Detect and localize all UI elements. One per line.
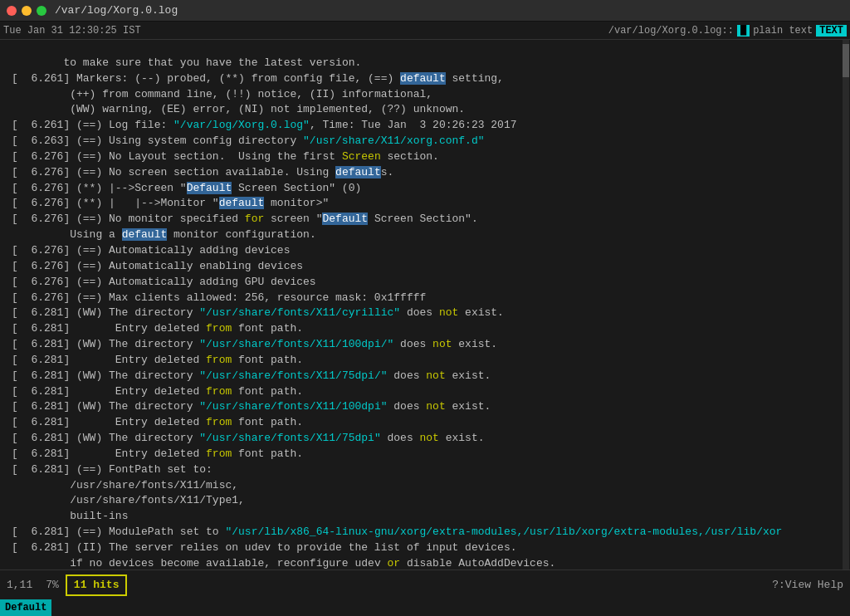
mode-label: Default — [0, 599, 51, 616]
percent-status: 7% — [39, 570, 66, 599]
maximize-button[interactable] — [37, 6, 46, 16]
plain-text-label: plain text — [753, 25, 813, 37]
datetime-label: Tue Jan 31 12:30:25 IST — [3, 25, 141, 37]
file-path-label: /var/log/Xorg.0.log:: — [608, 25, 734, 37]
topbar-right: /var/log/Xorg.0.log:: █ plain text TEXT — [608, 25, 847, 37]
line-number-status: 1,11 — [0, 570, 39, 599]
statusbar-main: 1,11 7% 11 hits — [0, 570, 772, 599]
close-button[interactable] — [7, 6, 17, 16]
statusbar-help: ?:View Help — [772, 579, 850, 591]
text-type-badge: TEXT — [816, 25, 847, 37]
titlebar: /var/log/Xorg.0.log — [0, 0, 850, 22]
top-statusbar: Tue Jan 31 12:30:25 IST /var/log/Xorg.0.… — [0, 22, 850, 40]
main-content-area: to make sure that you have the latest ve… — [0, 40, 850, 570]
minimize-button[interactable] — [22, 6, 32, 16]
mode-bar: Default — [0, 599, 850, 616]
line-gutter — [0, 40, 8, 570]
scrollbar-thumb[interactable] — [843, 44, 849, 77]
log-text: to make sure that you have the latest ve… — [12, 56, 838, 570]
scrollbar[interactable] — [842, 40, 850, 570]
cursor-position-badge: █ — [737, 25, 750, 37]
search-hits-badge: 11 hits — [66, 574, 128, 596]
scrollbar-track[interactable] — [843, 40, 849, 570]
log-content[interactable]: to make sure that you have the latest ve… — [8, 40, 842, 570]
statusbar: 1,11 7% 11 hits ?:View Help — [0, 570, 850, 599]
traffic-lights — [7, 6, 46, 16]
window-title: /var/log/Xorg.0.log — [55, 4, 178, 17]
